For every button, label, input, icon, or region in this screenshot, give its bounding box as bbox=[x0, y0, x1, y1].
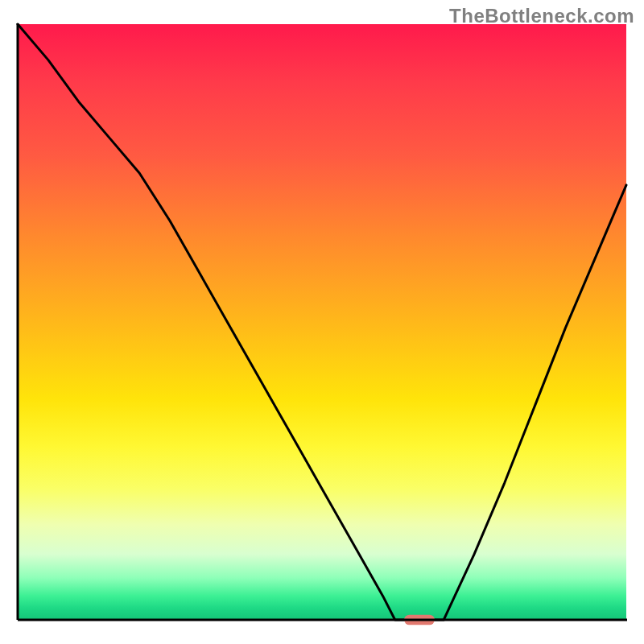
chart-axes bbox=[18, 24, 626, 620]
chart-container: TheBottleneck.com bbox=[0, 0, 644, 644]
watermark-text: TheBottleneck.com bbox=[449, 5, 634, 27]
